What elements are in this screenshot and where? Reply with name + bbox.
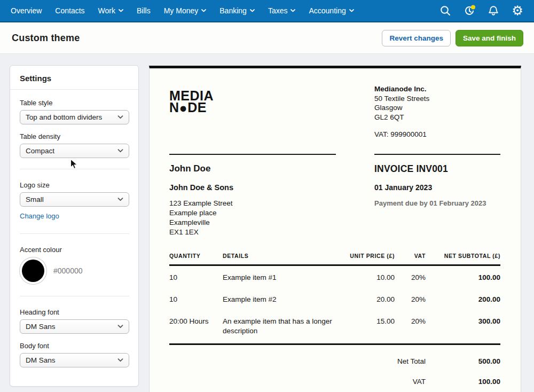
timer-icon[interactable]	[462, 4, 476, 18]
header-actions: Revert changes Save and finish	[382, 30, 523, 46]
net-total-label: Net Total	[397, 357, 426, 365]
table-row: 10 Example item #1 10.00 20% 100.00	[169, 265, 500, 288]
vat-total-label: VAT	[413, 378, 426, 386]
chevron-down-icon	[250, 9, 255, 12]
gear-icon[interactable]: ⚙	[511, 4, 524, 18]
nav-item-banking[interactable]: Banking	[219, 6, 255, 15]
body-font-select[interactable]: DM Sans	[20, 353, 129, 367]
nav-item-accounting[interactable]: Accounting	[309, 6, 354, 15]
nav-item-label: Banking	[219, 6, 247, 15]
page-header: Custom theme Revert changes Save and fin…	[0, 22, 534, 54]
column-header-quantity: QUANTITY	[169, 253, 223, 265]
cell-details: Example item #1	[223, 265, 345, 288]
accent-colour-swatch[interactable]	[22, 260, 44, 282]
accent-colour-hex: #000000	[53, 266, 83, 275]
save-and-finish-button[interactable]: Save and finish	[456, 30, 523, 46]
company-vat: VAT: 999900001	[374, 130, 500, 139]
chevron-down-icon	[117, 325, 123, 328]
body-font-label: Body font	[20, 342, 129, 350]
nav-item-my-money[interactable]: My Money	[164, 6, 207, 15]
cell-details: An example item that has a longer descri…	[223, 310, 345, 344]
divider-line	[169, 154, 336, 155]
net-total-value: 500.00	[426, 357, 500, 365]
nav-item-work[interactable]: Work	[98, 6, 123, 15]
nav-item-label: Work	[98, 6, 115, 15]
company-address-block: Medianode Inc. 50 Textile Streets Glasgo…	[374, 84, 500, 139]
cell-net-subtotal: 200.00	[426, 288, 500, 310]
chevron-down-icon	[349, 9, 354, 12]
search-icon[interactable]	[438, 4, 452, 18]
page-title: Custom theme	[12, 33, 80, 44]
change-logo-link[interactable]: Change logo	[20, 212, 59, 220]
divider-line	[374, 154, 500, 155]
company-logo: MEDIA N●DE	[169, 90, 214, 139]
table-density-label: Table density	[20, 132, 129, 140]
cell-net-subtotal: 100.00	[426, 265, 500, 288]
company-address-line: 50 Textile Streets	[374, 94, 500, 104]
divider	[20, 296, 129, 296]
cell-quantity: 10	[169, 265, 223, 288]
nav-item-contacts[interactable]: Contacts	[55, 6, 84, 15]
logo-line-2b: DE	[187, 100, 207, 115]
cell-vat: 20%	[395, 265, 426, 288]
chevron-down-icon	[117, 115, 123, 119]
vat-total-row: VAT 100.00	[169, 378, 500, 386]
logo-size-select[interactable]: Small	[20, 192, 129, 207]
nav-item-taxes[interactable]: Taxes	[268, 6, 296, 15]
invoice-due-date: Payment due by 01 February 2023	[374, 199, 500, 207]
table-style-label: Table style	[20, 99, 129, 107]
chevron-down-icon	[117, 358, 123, 362]
nav-item-label: Accounting	[309, 6, 345, 15]
logo-o-glyph: ●	[179, 102, 188, 114]
table-style-value: Top and bottom dividers	[26, 113, 117, 121]
accent-colour-label: Accent colour	[20, 246, 129, 254]
cell-quantity: 20:00 Hours	[169, 310, 223, 344]
column-header-details: DETAILS	[223, 253, 345, 265]
invoice-date: 01 January 2023	[374, 183, 500, 192]
cell-details: Example item #2	[223, 288, 345, 310]
revert-changes-button[interactable]: Revert changes	[382, 30, 451, 46]
nav-item-label: Bills	[137, 6, 151, 15]
table-style-select[interactable]: Top and bottom dividers	[20, 110, 129, 124]
company-address-line: Glasgow	[374, 103, 500, 113]
table-row: 10 Example item #2 20.00 20% 200.00	[169, 288, 500, 310]
bell-icon[interactable]	[486, 4, 500, 18]
cell-unit-price: 20.00	[345, 288, 395, 310]
cell-unit-price: 10.00	[345, 265, 395, 288]
invoice-preview: MEDIA N●DE Medianode Inc. 50 Textile Str…	[149, 66, 521, 392]
column-header-unit-price: UNIT PRICE (£)	[345, 253, 395, 265]
client-address-line: 123 Example Street	[169, 199, 233, 208]
client-block: John Doe John Doe & Sons 123 Example Str…	[169, 163, 233, 237]
client-organisation: John Doe & Sons	[169, 183, 233, 192]
nav-item-label: My Money	[164, 6, 199, 15]
column-header-vat: VAT	[395, 253, 426, 265]
invoice-meta-block: INVOICE INV001 01 January 2023 Payment d…	[374, 163, 500, 237]
body-font-value: DM Sans	[26, 356, 117, 364]
nav-item-label: Taxes	[268, 6, 288, 15]
nav-item-overview[interactable]: Overview	[11, 6, 42, 15]
logo-line-2: N	[169, 100, 179, 115]
notification-badge	[471, 5, 475, 10]
heading-font-select[interactable]: DM Sans	[20, 319, 129, 334]
heading-font-label: Heading font	[20, 308, 129, 316]
chevron-down-icon	[117, 198, 123, 201]
chevron-down-icon	[201, 9, 206, 12]
net-total-row: Net Total 500.00	[169, 357, 500, 365]
nav-item-bills[interactable]: Bills	[137, 6, 151, 15]
divider-row	[169, 154, 500, 155]
logo-size-label: Logo size	[20, 181, 129, 189]
client-name: John Doe	[169, 163, 233, 174]
divider	[20, 169, 129, 169]
vat-total-value: 100.00	[426, 378, 500, 386]
top-navigation: Overview Contacts Work Bills My Money Ba…	[0, 0, 534, 22]
client-address-line: Example place	[169, 208, 233, 218]
client-address-line: Exampleville	[169, 218, 233, 228]
column-header-net-subtotal: NET SUBTOTAL (£)	[426, 253, 500, 265]
table-density-select[interactable]: Compact	[20, 144, 129, 158]
content-area: Settings Table style Top and bottom divi…	[0, 54, 534, 392]
heading-font-value: DM Sans	[26, 323, 117, 331]
cell-unit-price: 15.00	[345, 310, 395, 344]
client-address-line: EX1 1EX	[169, 228, 233, 237]
table-row: 20:00 Hours An example item that has a l…	[169, 310, 500, 344]
company-name: Medianode Inc.	[374, 84, 500, 94]
